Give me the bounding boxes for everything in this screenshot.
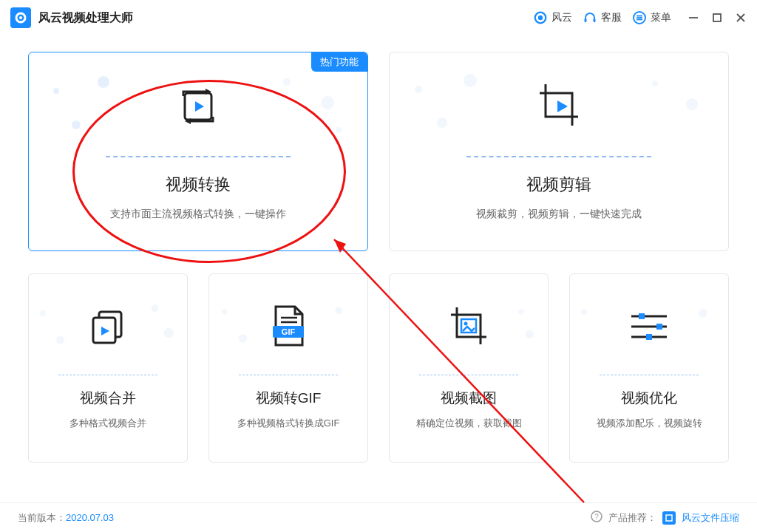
svg-text:GIF: GIF: [282, 327, 296, 336]
support-label: 客服: [601, 11, 622, 24]
menu-label: 菜单: [651, 11, 671, 24]
svg-rect-55: [656, 324, 662, 330]
card-video-merge[interactable]: 视频合并 多种格式视频合并: [28, 273, 188, 463]
divider: [419, 375, 518, 375]
hot-badge: 热门功能: [311, 52, 367, 72]
svg-point-27: [652, 81, 658, 86]
card-title: 视频转GIF: [256, 389, 322, 408]
help-icon[interactable]: ?: [591, 511, 602, 525]
target-icon: [533, 10, 548, 25]
svg-point-32: [152, 305, 158, 312]
svg-point-24: [415, 86, 422, 93]
card-desc: 视频裁剪，视频剪辑，一键快速完成: [476, 208, 642, 221]
feature-row-top: 热门功能 视频转换 支持市面主流视频格式转换，一键操作 视频剪辑 视频裁剪，视频…: [28, 52, 729, 251]
card-video-to-gif[interactable]: GIF 视频转GIF 多种视频格式转换成GIF: [208, 273, 368, 463]
svg-point-44: [403, 311, 410, 318]
app-logo: [10, 7, 31, 28]
feature-row-bottom: 视频合并 多种格式视频合并 GIF 视频转GIF 多种视频格式转换成GIF 视频…: [28, 273, 729, 463]
compress-icon: [662, 511, 676, 525]
footer: 当前版本： 2020.07.03 ? 产品推荐： 风云文件压缩: [0, 502, 757, 532]
svg-point-33: [164, 328, 174, 338]
card-video-optimize[interactable]: 视频优化 视频添加配乐，视频旋转: [569, 273, 729, 463]
divider: [106, 156, 291, 157]
svg-rect-11: [713, 14, 721, 21]
svg-point-1: [19, 16, 22, 19]
version-label: 当前版本：: [18, 511, 66, 525]
svg-point-30: [40, 310, 46, 316]
divider: [239, 375, 338, 375]
svg-point-49: [581, 309, 587, 315]
svg-point-17: [283, 78, 291, 86]
gif-file-icon: GIF: [268, 293, 308, 360]
svg-rect-59: [666, 515, 672, 521]
divider: [466, 156, 652, 157]
card-desc: 多种视频格式转换成GIF: [237, 417, 340, 430]
card-video-screenshot[interactable]: 视频截图 精确定位视频，获取截图: [389, 273, 549, 463]
svg-point-45: [518, 309, 524, 315]
svg-point-19: [336, 127, 342, 133]
recommend-product-link[interactable]: 风云文件压缩: [682, 511, 739, 525]
card-title: 视频转换: [166, 174, 231, 196]
support-button[interactable]: 客服: [583, 10, 622, 25]
menu-icon: [632, 10, 647, 25]
header-actions: 风云 客服 菜单: [533, 10, 747, 25]
card-video-convert[interactable]: 热门功能 视频转换 支持市面主流视频格式转换，一键操作: [28, 52, 368, 251]
app-title: 风云视频处理大师: [38, 10, 133, 26]
svg-point-50: [699, 309, 707, 317]
svg-point-39: [335, 307, 342, 313]
maximize-button[interactable]: [711, 12, 723, 24]
svg-point-16: [98, 76, 109, 88]
svg-marker-21: [195, 101, 204, 112]
card-desc: 精确定位视频，获取截图: [416, 417, 522, 430]
divider: [600, 375, 699, 375]
recommend-label: 产品推荐：: [608, 511, 656, 525]
svg-point-28: [686, 98, 698, 110]
svg-point-18: [321, 96, 334, 109]
svg-point-15: [72, 120, 81, 129]
svg-marker-29: [557, 100, 568, 112]
screenshot-icon: [445, 293, 492, 360]
version-value: 2020.07.03: [66, 512, 114, 523]
card-video-edit[interactable]: 视频剪辑 视频裁剪，视频剪辑，一键快速完成: [389, 52, 729, 251]
sliders-icon: [625, 293, 673, 360]
menu-button[interactable]: 菜单: [632, 10, 671, 25]
svg-point-48: [464, 322, 468, 326]
brand-quick-button[interactable]: 风云: [533, 10, 572, 25]
svg-point-38: [239, 334, 247, 342]
svg-point-31: [56, 335, 64, 344]
svg-point-14: [53, 88, 59, 94]
svg-point-37: [222, 309, 228, 315]
minimize-button[interactable]: [688, 12, 699, 24]
convert-icon: [173, 73, 223, 140]
card-title: 视频合并: [80, 389, 136, 408]
svg-rect-5: [594, 18, 596, 22]
divider: [58, 375, 157, 375]
svg-point-26: [464, 74, 477, 87]
svg-rect-54: [639, 313, 645, 319]
card-title: 视频截图: [441, 389, 497, 408]
card-desc: 视频添加配乐，视频旋转: [597, 417, 702, 430]
svg-point-3: [538, 16, 543, 20]
headset-icon: [583, 10, 597, 25]
merge-icon: [86, 293, 130, 360]
close-button[interactable]: [735, 12, 747, 24]
svg-point-25: [437, 117, 447, 128]
titlebar: 风云视频处理大师 风云 客服 菜单: [0, 0, 757, 35]
card-title: 视频剪辑: [526, 174, 591, 196]
svg-rect-4: [585, 18, 587, 22]
svg-text:?: ?: [594, 513, 599, 521]
crop-play-icon: [532, 73, 585, 140]
card-desc: 支持市面主流视频格式转换，一键操作: [110, 208, 286, 221]
svg-rect-56: [646, 334, 652, 340]
card-desc: 多种格式视频合并: [69, 417, 146, 430]
card-title: 视频优化: [621, 389, 677, 408]
brand-quick-label: 风云: [551, 11, 572, 24]
window-controls: [688, 12, 747, 24]
main-content: 热门功能 视频转换 支持市面主流视频格式转换，一键操作 视频剪辑 视频裁剪，视频…: [0, 35, 757, 492]
svg-point-46: [526, 330, 534, 338]
